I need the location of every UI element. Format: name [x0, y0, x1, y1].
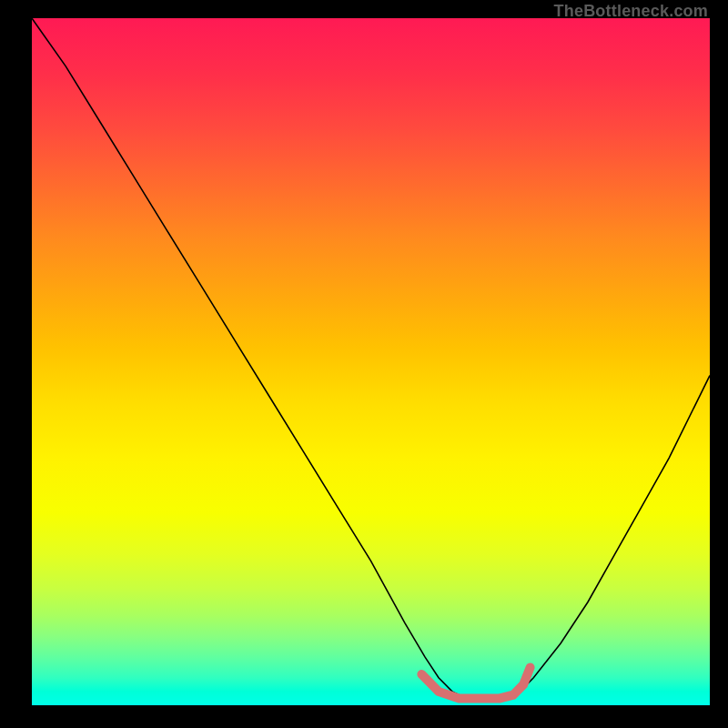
chart-svg: [32, 18, 710, 705]
chart-container: TheBottleneck.com: [0, 0, 728, 728]
attribution-text: TheBottleneck.com: [554, 2, 708, 21]
bottleneck-curve: [32, 18, 710, 700]
chart-plot-area: [32, 18, 710, 705]
sweet-spot-marker: [421, 667, 530, 698]
